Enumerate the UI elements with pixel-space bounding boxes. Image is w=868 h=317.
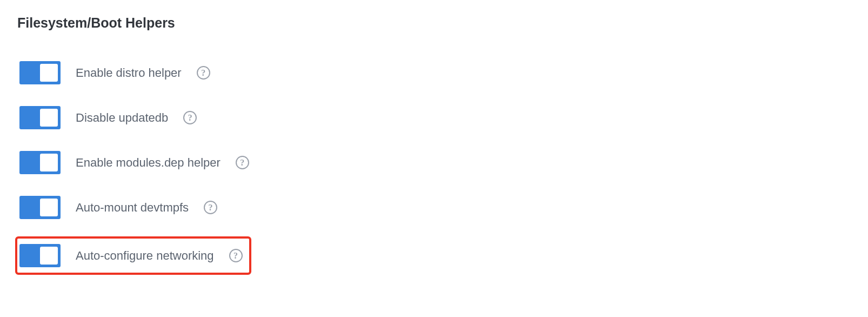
toggle-auto-configure-networking[interactable] — [19, 244, 61, 267]
toggle-knob — [40, 199, 58, 216]
toggle-row-disable-updatedb: Disable updatedb ? — [17, 102, 199, 134]
help-icon[interactable]: ? — [197, 66, 210, 80]
toggle-modules-dep[interactable] — [19, 151, 61, 174]
help-icon[interactable]: ? — [229, 249, 243, 262]
toggle-disable-updatedb[interactable] — [19, 106, 61, 129]
toggle-label: Enable modules.dep helper — [76, 156, 221, 170]
help-icon[interactable]: ? — [183, 111, 197, 124]
toggle-distro-helper[interactable] — [19, 61, 61, 84]
toggle-knob — [40, 247, 58, 265]
toggle-list: Enable distro helper ? Disable updatedb … — [17, 57, 851, 275]
toggle-automount-devtmpfs[interactable] — [19, 196, 61, 219]
toggle-knob — [40, 64, 58, 82]
toggle-row-auto-configure-networking: Auto-configure networking ? — [15, 236, 251, 275]
toggle-row-distro-helper: Enable distro helper ? — [17, 57, 212, 89]
help-icon[interactable]: ? — [236, 156, 249, 169]
toggle-label: Enable distro helper — [76, 66, 182, 80]
help-icon[interactable]: ? — [204, 201, 217, 214]
section-title: Filesystem/Boot Helpers — [17, 15, 851, 31]
toggle-knob — [40, 109, 58, 127]
toggle-row-modules-dep: Enable modules.dep helper ? — [17, 147, 251, 179]
toggle-label: Disable updatedb — [76, 111, 168, 125]
toggle-label: Auto-configure networking — [76, 249, 214, 263]
toggle-label: Auto-mount devtmpfs — [76, 201, 189, 215]
toggle-row-automount-devtmpfs: Auto-mount devtmpfs ? — [17, 191, 219, 223]
toggle-knob — [40, 154, 58, 171]
